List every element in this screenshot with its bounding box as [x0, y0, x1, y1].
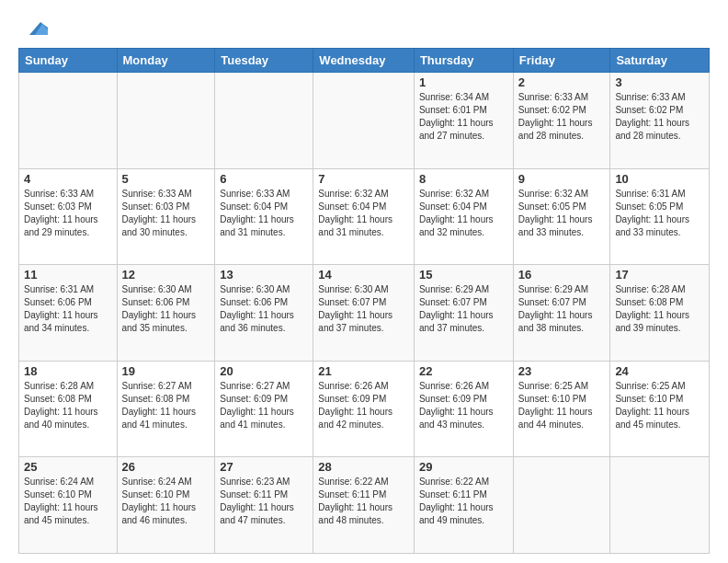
calendar-cell: 22Sunrise: 6:26 AM Sunset: 6:09 PM Dayli… — [414, 361, 513, 457]
week-row-2: 11Sunrise: 6:31 AM Sunset: 6:06 PM Dayli… — [19, 265, 710, 362]
calendar-cell: 25Sunrise: 6:24 AM Sunset: 6:10 PM Dayli… — [19, 457, 118, 554]
header — [18, 15, 710, 40]
header-monday: Monday — [117, 49, 215, 73]
header-thursday: Thursday — [414, 49, 513, 73]
calendar-cell: 6Sunrise: 6:33 AM Sunset: 6:04 PM Daylig… — [215, 168, 313, 265]
day-number: 18 — [24, 364, 112, 378]
day-number: 29 — [419, 460, 508, 474]
logo — [18, 15, 48, 40]
day-info: Sunrise: 6:30 AM Sunset: 6:06 PM Dayligh… — [122, 283, 210, 335]
day-info: Sunrise: 6:33 AM Sunset: 6:02 PM Dayligh… — [518, 91, 606, 143]
day-number: 23 — [518, 364, 606, 378]
calendar-cell: 18Sunrise: 6:28 AM Sunset: 6:08 PM Dayli… — [19, 361, 118, 457]
calendar-cell: 28Sunrise: 6:22 AM Sunset: 6:11 PM Dayli… — [313, 457, 415, 554]
calendar-cell — [610, 457, 710, 554]
header-tuesday: Tuesday — [215, 49, 313, 73]
day-number: 22 — [419, 364, 508, 378]
day-info: Sunrise: 6:31 AM Sunset: 6:06 PM Dayligh… — [24, 283, 112, 335]
day-number: 1 — [419, 75, 508, 89]
day-info: Sunrise: 6:33 AM Sunset: 6:03 PM Dayligh… — [24, 188, 112, 239]
day-number: 13 — [220, 268, 308, 282]
day-info: Sunrise: 6:34 AM Sunset: 6:01 PM Dayligh… — [419, 91, 508, 143]
calendar-cell: 24Sunrise: 6:25 AM Sunset: 6:10 PM Dayli… — [610, 361, 710, 457]
day-info: Sunrise: 6:24 AM Sunset: 6:10 PM Dayligh… — [24, 476, 112, 527]
day-info: Sunrise: 6:28 AM Sunset: 6:08 PM Dayligh… — [24, 380, 112, 431]
day-number: 27 — [220, 460, 308, 474]
day-number: 16 — [518, 268, 606, 282]
calendar-cell: 29Sunrise: 6:22 AM Sunset: 6:11 PM Dayli… — [414, 457, 513, 554]
day-info: Sunrise: 6:29 AM Sunset: 6:07 PM Dayligh… — [419, 283, 508, 335]
day-number: 3 — [615, 75, 704, 89]
day-info: Sunrise: 6:28 AM Sunset: 6:08 PM Dayligh… — [615, 283, 704, 335]
day-number: 12 — [122, 268, 210, 282]
day-number: 20 — [220, 364, 308, 378]
day-info: Sunrise: 6:26 AM Sunset: 6:09 PM Dayligh… — [318, 380, 409, 431]
week-row-4: 25Sunrise: 6:24 AM Sunset: 6:10 PM Dayli… — [19, 457, 710, 554]
day-number: 26 — [122, 460, 210, 474]
calendar-cell: 8Sunrise: 6:32 AM Sunset: 6:04 PM Daylig… — [414, 168, 513, 265]
calendar: Sunday Monday Tuesday Wednesday Thursday… — [18, 48, 710, 554]
day-info: Sunrise: 6:30 AM Sunset: 6:06 PM Dayligh… — [220, 283, 308, 335]
day-info: Sunrise: 6:32 AM Sunset: 6:05 PM Dayligh… — [518, 188, 606, 239]
calendar-cell — [215, 73, 313, 169]
week-row-3: 18Sunrise: 6:28 AM Sunset: 6:08 PM Dayli… — [19, 361, 710, 457]
header-saturday: Saturday — [610, 49, 710, 73]
day-info: Sunrise: 6:22 AM Sunset: 6:11 PM Dayligh… — [419, 476, 508, 527]
calendar-cell: 21Sunrise: 6:26 AM Sunset: 6:09 PM Dayli… — [313, 361, 415, 457]
day-info: Sunrise: 6:26 AM Sunset: 6:09 PM Dayligh… — [419, 380, 508, 431]
day-number: 15 — [419, 268, 508, 282]
day-number: 8 — [419, 172, 508, 186]
day-number: 6 — [220, 172, 308, 186]
day-number: 19 — [122, 364, 210, 378]
calendar-cell: 20Sunrise: 6:27 AM Sunset: 6:09 PM Dayli… — [215, 361, 313, 457]
calendar-cell: 15Sunrise: 6:29 AM Sunset: 6:07 PM Dayli… — [414, 265, 513, 362]
calendar-cell: 19Sunrise: 6:27 AM Sunset: 6:08 PM Dayli… — [117, 361, 215, 457]
day-number: 14 — [318, 268, 409, 282]
calendar-cell: 27Sunrise: 6:23 AM Sunset: 6:11 PM Dayli… — [215, 457, 313, 554]
day-number: 5 — [122, 172, 210, 186]
day-number: 24 — [615, 364, 704, 378]
calendar-cell: 5Sunrise: 6:33 AM Sunset: 6:03 PM Daylig… — [117, 168, 215, 265]
calendar-cell — [313, 73, 415, 169]
page: Sunday Monday Tuesday Wednesday Thursday… — [0, 0, 728, 563]
day-number: 9 — [518, 172, 606, 186]
calendar-cell: 11Sunrise: 6:31 AM Sunset: 6:06 PM Dayli… — [19, 265, 118, 362]
calendar-cell — [117, 73, 215, 169]
day-number: 28 — [318, 460, 409, 474]
calendar-table: Sunday Monday Tuesday Wednesday Thursday… — [18, 48, 710, 554]
header-row: Sunday Monday Tuesday Wednesday Thursday… — [19, 49, 710, 73]
day-info: Sunrise: 6:31 AM Sunset: 6:05 PM Dayligh… — [615, 188, 704, 239]
logo-icon — [22, 15, 48, 40]
week-row-0: 1Sunrise: 6:34 AM Sunset: 6:01 PM Daylig… — [19, 73, 710, 169]
day-info: Sunrise: 6:32 AM Sunset: 6:04 PM Dayligh… — [318, 188, 409, 239]
calendar-cell: 26Sunrise: 6:24 AM Sunset: 6:10 PM Dayli… — [117, 457, 215, 554]
calendar-cell: 23Sunrise: 6:25 AM Sunset: 6:10 PM Dayli… — [513, 361, 610, 457]
day-number: 10 — [615, 172, 704, 186]
day-info: Sunrise: 6:33 AM Sunset: 6:02 PM Dayligh… — [615, 91, 704, 143]
calendar-cell: 13Sunrise: 6:30 AM Sunset: 6:06 PM Dayli… — [215, 265, 313, 362]
day-info: Sunrise: 6:27 AM Sunset: 6:09 PM Dayligh… — [220, 380, 308, 431]
calendar-cell — [19, 73, 118, 169]
day-info: Sunrise: 6:29 AM Sunset: 6:07 PM Dayligh… — [518, 283, 606, 335]
day-info: Sunrise: 6:33 AM Sunset: 6:04 PM Dayligh… — [220, 188, 308, 239]
header-sunday: Sunday — [19, 49, 118, 73]
calendar-cell: 17Sunrise: 6:28 AM Sunset: 6:08 PM Dayli… — [610, 265, 710, 362]
day-info: Sunrise: 6:27 AM Sunset: 6:08 PM Dayligh… — [122, 380, 210, 431]
day-number: 7 — [318, 172, 409, 186]
day-info: Sunrise: 6:22 AM Sunset: 6:11 PM Dayligh… — [318, 476, 409, 527]
calendar-cell: 10Sunrise: 6:31 AM Sunset: 6:05 PM Dayli… — [610, 168, 710, 265]
calendar-cell: 9Sunrise: 6:32 AM Sunset: 6:05 PM Daylig… — [513, 168, 610, 265]
day-number: 21 — [318, 364, 409, 378]
day-info: Sunrise: 6:23 AM Sunset: 6:11 PM Dayligh… — [220, 476, 308, 527]
header-friday: Friday — [513, 49, 610, 73]
day-number: 11 — [24, 268, 112, 282]
calendar-cell: 16Sunrise: 6:29 AM Sunset: 6:07 PM Dayli… — [513, 265, 610, 362]
day-info: Sunrise: 6:25 AM Sunset: 6:10 PM Dayligh… — [615, 380, 704, 431]
day-number: 17 — [615, 268, 704, 282]
calendar-cell: 2Sunrise: 6:33 AM Sunset: 6:02 PM Daylig… — [513, 73, 610, 169]
day-number: 25 — [24, 460, 112, 474]
calendar-cell — [513, 457, 610, 554]
day-info: Sunrise: 6:25 AM Sunset: 6:10 PM Dayligh… — [518, 380, 606, 431]
calendar-cell: 1Sunrise: 6:34 AM Sunset: 6:01 PM Daylig… — [414, 73, 513, 169]
day-number: 4 — [24, 172, 112, 186]
